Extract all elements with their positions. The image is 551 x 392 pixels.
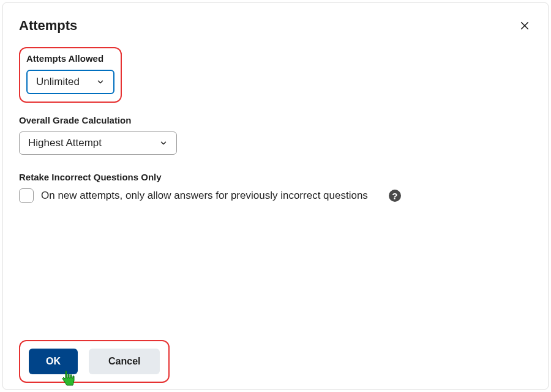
grade-calculation-section: Overall Grade Calculation Highest Attemp… xyxy=(19,115,532,155)
callout-footer-buttons: OK Cancel xyxy=(19,340,170,383)
retake-section: Retake Incorrect Questions Only On new a… xyxy=(19,172,532,203)
help-icon[interactable]: ? xyxy=(389,190,401,202)
panel-footer: OK Cancel xyxy=(19,340,170,383)
chevron-down-icon xyxy=(159,139,168,147)
ok-button[interactable]: OK xyxy=(29,349,78,374)
panel-header: Attempts xyxy=(19,18,532,34)
retake-checkbox-row: On new attempts, only allow answers for … xyxy=(19,188,532,203)
close-icon xyxy=(519,20,530,31)
attempts-allowed-label: Attempts Allowed xyxy=(26,53,114,64)
retake-checkbox[interactable] xyxy=(19,188,34,203)
grade-calculation-select[interactable]: Highest Attempt xyxy=(19,131,177,155)
chevron-down-icon xyxy=(96,78,105,86)
retake-label: Retake Incorrect Questions Only xyxy=(19,172,532,182)
attempts-allowed-value: Unlimited xyxy=(36,76,80,88)
retake-checkbox-label: On new attempts, only allow answers for … xyxy=(41,190,368,202)
attempts-panel: Attempts Attempts Allowed Unlimited Over… xyxy=(2,2,549,390)
grade-calculation-label: Overall Grade Calculation xyxy=(19,115,532,125)
attempts-allowed-select[interactable]: Unlimited xyxy=(26,70,114,94)
callout-attempts-allowed: Attempts Allowed Unlimited xyxy=(19,47,122,103)
close-button[interactable] xyxy=(517,18,532,33)
grade-calculation-value: Highest Attempt xyxy=(28,137,102,149)
cancel-button[interactable]: Cancel xyxy=(89,349,160,374)
panel-title: Attempts xyxy=(19,18,77,34)
